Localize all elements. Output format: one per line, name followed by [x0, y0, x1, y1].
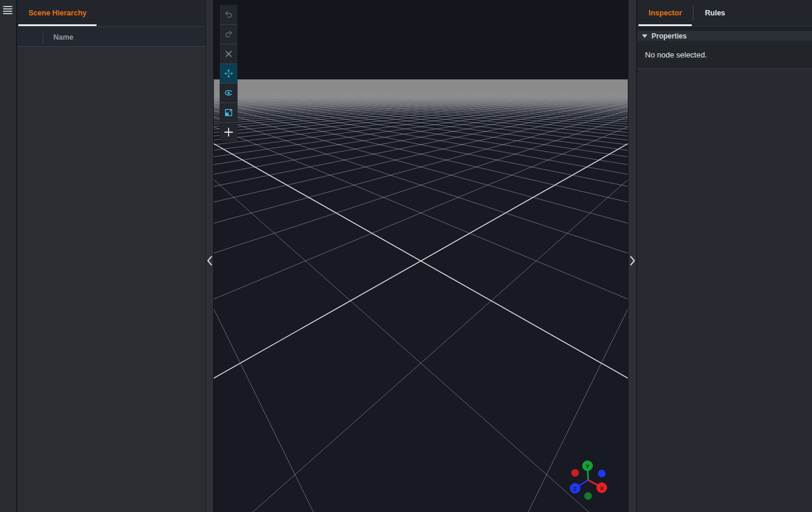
scene-hierarchy-panel: Scene Hierarchy Name	[17, 0, 206, 512]
plus-icon	[223, 127, 234, 137]
scale-tool-button[interactable]	[220, 103, 237, 122]
delete-button[interactable]	[220, 44, 237, 63]
axis-x-handle[interactable]: X	[596, 482, 607, 493]
hierarchy-tabrow: Scene Hierarchy	[17, 0, 206, 27]
undo-button[interactable]	[220, 5, 237, 24]
tab-scene-hierarchy[interactable]: Scene Hierarchy	[18, 0, 97, 26]
right-panel-resize-gutter[interactable]	[628, 0, 637, 512]
axis-y-handle[interactable]: Y	[582, 460, 593, 471]
rotate-icon	[224, 88, 233, 98]
hierarchy-table-header: Name	[17, 27, 206, 47]
close-icon	[224, 49, 233, 59]
svg-text:Y: Y	[586, 463, 589, 469]
collapse-left-panel-button[interactable]	[206, 254, 213, 267]
move-icon	[224, 69, 233, 78]
viewport-3d-canvas[interactable]: Y X Z	[214, 0, 628, 512]
horizon-band	[214, 79, 628, 114]
tab-inspector[interactable]: Inspector	[638, 0, 692, 26]
axis-neg-x-handle[interactable]	[572, 469, 579, 477]
add-object-button[interactable]	[220, 122, 237, 142]
scale-icon	[224, 108, 233, 117]
redo-icon	[224, 30, 233, 39]
column-header-name: Name	[53, 27, 73, 47]
translate-tool-button[interactable]	[220, 63, 237, 83]
axis-z-handle[interactable]: Z	[570, 483, 580, 494]
svg-text:X: X	[600, 485, 604, 491]
left-panel-resize-gutter[interactable]	[206, 0, 214, 512]
rotate-tool-button[interactable]	[220, 83, 237, 103]
hierarchy-table-body[interactable]	[17, 47, 206, 512]
ground-grid	[214, 0, 628, 512]
viewport-toolbar	[220, 5, 237, 142]
chevron-left-icon	[207, 255, 213, 266]
chevron-down-icon	[642, 34, 647, 38]
left-rail	[0, 0, 17, 512]
axis-neg-z-handle[interactable]	[598, 470, 606, 478]
redo-button[interactable]	[220, 24, 237, 44]
svg-text:Z: Z	[573, 486, 577, 492]
axis-gizmo[interactable]: Y X Z	[553, 448, 624, 510]
hamburger-menu-icon[interactable]	[3, 5, 14, 15]
chevron-right-icon	[630, 255, 636, 266]
collapse-right-panel-button[interactable]	[628, 254, 636, 267]
inspector-spacer	[637, 27, 812, 31]
inspector-panel: Inspector Rules Properties No node selec…	[637, 0, 812, 512]
properties-section-title: Properties	[651, 32, 686, 40]
inspector-tabrow: Inspector Rules	[637, 0, 812, 27]
tab-rules[interactable]: Rules	[695, 0, 735, 26]
tab-divider	[693, 6, 694, 20]
scene-composer-app: Scene Hierarchy Name	[0, 0, 812, 512]
properties-empty-message: No node selected.	[637, 41, 812, 69]
column-divider	[43, 31, 43, 43]
undo-icon	[224, 10, 233, 20]
axis-neg-y-handle[interactable]	[585, 492, 592, 500]
properties-section-header[interactable]: Properties	[637, 31, 812, 41]
